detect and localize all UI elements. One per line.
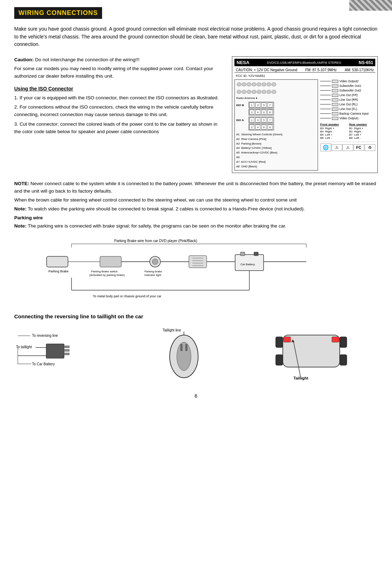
output-label-6: Line Out (RL) — [339, 103, 357, 106]
iso-cell: 5 — [261, 103, 266, 108]
diagram-left: Radio Antenna ● ISO B 1 3 5 7 — [234, 79, 318, 171]
svg-rect-3 — [252, 83, 256, 86]
front-speaker-col: Front speaker B3 Right + B4 Right - B5 L… — [320, 123, 346, 140]
iso-step2: 2. For connections without the ISO conne… — [14, 104, 225, 119]
note-label-1: NOTE: — [14, 181, 29, 186]
left-instructions: Caution: Do not interchange the connecti… — [14, 56, 225, 173]
note-para-2: When the brown cable for steering wheel … — [14, 197, 378, 204]
svg-rect-39 — [254, 252, 258, 256]
svg-text:Taillight line: Taillight line — [163, 328, 181, 332]
iso-cell: 7 — [267, 117, 272, 122]
rear-speaker-row: B1 Right + — [349, 127, 376, 130]
iso-cell: 3 — [255, 117, 260, 122]
iso-cell: 1 — [249, 103, 254, 108]
svg-rect-15 — [272, 90, 276, 94]
svg-rect-14 — [267, 90, 271, 94]
caution-paragraph: Caution: Do not interchange the connecti… — [14, 56, 225, 64]
parking-brake-section: Parking Brake wire from car DVD player (… — [14, 235, 378, 306]
reversing-section: Connecting the reversing line to taillig… — [14, 313, 378, 382]
output-line-4: Line Out (FR) — [320, 93, 375, 97]
output-label-3: Subwoofer Out2 — [339, 89, 361, 92]
iso-cell: 2 — [249, 110, 254, 115]
globe-icon: 🌐 — [321, 143, 331, 151]
rca-connectors-svg2 — [236, 89, 279, 95]
svg-rect-5 — [262, 83, 266, 86]
output-line-5: Line Out (RR) — [320, 98, 375, 101]
caution-sub: CAUTION: + 12V DC Negative Ground — [236, 68, 297, 72]
svg-rect-0 — [237, 83, 241, 86]
pin-row: A4 Battery+12VDC [Yellow] — [236, 146, 316, 151]
svg-text:To metal body part or chassis : To metal body part or chassis ground of … — [93, 294, 161, 298]
rca-grid — [236, 81, 316, 95]
intro-paragraph: Make sure you have good chassis ground. … — [14, 25, 378, 48]
svg-rect-32 — [189, 256, 207, 268]
title-text: WIRING CONNECTIONS — [18, 9, 98, 16]
output-lines: Video Output2 Subwoofer Out1 Subwoofer O… — [320, 79, 375, 120]
page-number: 6 — [14, 393, 378, 399]
pin-table: A1 Steering Wheel Controls [Green] A2 Re… — [236, 132, 316, 169]
iso-cell: 4 — [255, 110, 260, 115]
decorative-stripe — [349, 0, 392, 11]
iso-step3: 3. Cut the connector; connect the colore… — [14, 121, 225, 136]
reversing-right-svg: Taillight — [261, 324, 361, 381]
svg-rect-13 — [262, 90, 266, 94]
pin-row: A7 ACC+12VDC [Red] — [236, 160, 316, 164]
svg-text:(Activated by parking brake): (Activated by parking brake) — [89, 273, 125, 277]
svg-rect-50 — [64, 346, 69, 348]
svg-rect-66 — [276, 337, 283, 348]
svg-rect-11 — [252, 90, 256, 94]
iso-heading: Using the ISO Connector — [14, 85, 225, 93]
note-section: NOTE: Never connect cable to the system … — [14, 180, 378, 230]
reversing-center-svg: Taillight line — [138, 324, 230, 381]
svg-rect-6 — [267, 83, 271, 86]
svg-rect-8 — [237, 90, 241, 94]
iso-a-bottom-row: 2 4 6 8 — [236, 124, 316, 130]
svg-rect-49 — [46, 344, 64, 358]
pin-row: A6 — [236, 155, 316, 160]
iso-step1: 1. If your car is equipped with the ISO … — [14, 94, 225, 102]
note-para-4: Note: The parking wire is connected with… — [14, 223, 378, 230]
front-speaker-row: B6 Left - — [320, 136, 346, 140]
output-label-7: Line Out (FL) — [339, 107, 357, 111]
parking-wire-label: Parking wire — [14, 214, 378, 222]
note-text-1: Never connect cable to the system while … — [14, 181, 376, 194]
diagram-sub-header: CAUTION: + 12V DC Negative Ground FM: 87… — [234, 68, 375, 73]
iso-cell: 5 — [261, 117, 266, 122]
svg-point-61 — [177, 342, 191, 371]
iso-cell: 8 — [267, 125, 272, 130]
svg-rect-23 — [100, 256, 121, 267]
model-info: DVD/CD,USB,MP3/MP4,Bluetooth,AM/FM STERE… — [267, 61, 341, 64]
iso-b-bottom-row: 2 4 6 8 — [236, 109, 316, 115]
certification-icons: 🌐 ⚠ ⚠ FC ♻ — [320, 142, 375, 151]
iso-cell: 3 — [255, 103, 260, 108]
svg-text:indicator light: indicator light — [144, 273, 161, 277]
pin-row: A1 Steering Wheel Controls [Green] — [236, 132, 316, 137]
fm-range: FM: 87.5-107.9MHz — [305, 68, 337, 72]
rca-row2 — [236, 89, 316, 95]
svg-rect-38 — [240, 252, 245, 256]
iso-connectors: ISO B 1 3 5 7 2 4 — [236, 102, 316, 130]
caution-text: Do not interchange the connection of the… — [34, 57, 139, 62]
svg-rect-10 — [247, 90, 251, 94]
recycle-icon: ♻ — [365, 144, 375, 151]
fc-mark: FC — [354, 144, 364, 151]
caution-extra: For some car models you may need to modi… — [14, 65, 225, 80]
iso-cell: 4 — [255, 125, 260, 130]
brand-name: NESA — [237, 60, 249, 65]
rear-speaker-row: B7 Left + — [349, 133, 376, 136]
output-line-2: Subwoofer Out1 — [320, 84, 375, 88]
svg-text:Parking Brake switch: Parking Brake switch — [91, 270, 118, 273]
svg-text:To Car Battery: To Car Battery — [32, 362, 55, 366]
connector-visual: Radio Antenna ● ISO B 1 3 5 7 — [234, 79, 318, 171]
parking-wire-title: Parking wire — [14, 215, 43, 220]
iso-cell: 1 — [249, 117, 254, 122]
iso-a-label: ISO A — [236, 119, 249, 122]
svg-rect-71 — [332, 337, 339, 342]
output-line-7: Line Out (FL) — [320, 107, 375, 111]
svg-rect-7 — [272, 83, 276, 86]
note-label-3: Note: — [14, 223, 27, 229]
iso-cell: 6 — [261, 110, 266, 115]
diagram-right: Video Output2 Subwoofer Out1 Subwoofer O… — [320, 79, 375, 171]
rear-speaker-title: Rear speaker — [349, 123, 376, 126]
svg-rect-69 — [340, 355, 347, 365]
